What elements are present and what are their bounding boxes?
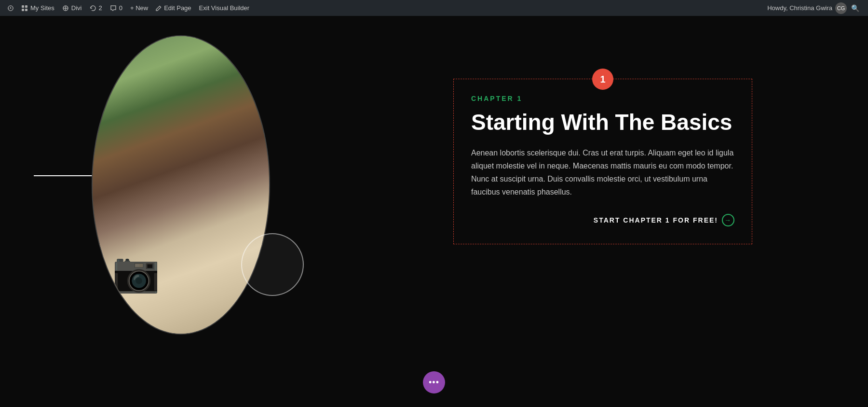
svg-rect-24 [122, 268, 175, 307]
svg-rect-9 [93, 133, 270, 335]
badge-number: 1 [600, 74, 605, 85]
main-content: PENTAX 1 CHAPTER 1 Starting With The Bas… [0, 16, 868, 407]
new-menu[interactable]: + New [126, 0, 152, 16]
svg-rect-4 [25, 9, 27, 11]
decorative-circle [241, 233, 304, 296]
avatar[interactable]: CG [835, 2, 847, 14]
revisions-menu[interactable]: 2 [86, 0, 106, 16]
edit-page-label: Edit Page [164, 4, 191, 12]
svg-rect-1 [22, 5, 24, 8]
exit-builder-label: Exit Visual Builder [199, 4, 250, 12]
chapter-label: CHAPTER 1 [471, 95, 734, 102]
new-label: + New [130, 4, 148, 12]
svg-point-28 [142, 281, 154, 293]
search-icon[interactable]: 🔍 [850, 3, 860, 14]
cta-button[interactable]: START CHAPTER 1 FOR FREE! → [471, 214, 734, 226]
svg-rect-11 [112, 181, 179, 185]
cta-label: START CHAPTER 1 FOR FREE! [594, 216, 718, 224]
svg-rect-18 [170, 287, 247, 326]
svg-rect-10 [112, 142, 179, 287]
svg-rect-16 [179, 249, 237, 292]
dots-menu-button[interactable]: ••• [423, 371, 445, 393]
svg-point-26 [135, 274, 162, 301]
cta-arrow-icon: → [722, 214, 734, 226]
svg-text:PENTAX: PENTAX [135, 274, 149, 277]
svg-rect-2 [25, 5, 27, 8]
howdy-text: Howdy, Christina Gwira [767, 4, 832, 12]
oval-image-container: PENTAX [92, 35, 270, 335]
revisions-count: 2 [99, 4, 102, 12]
divi-label: Divi [71, 4, 82, 12]
comments-menu[interactable]: 0 [106, 0, 126, 16]
svg-point-29 [143, 282, 147, 286]
admin-bar: My Sites Divi 2 0 + New Edit Page Exit V… [0, 0, 868, 16]
svg-rect-14 [112, 210, 179, 214]
svg-rect-12 [112, 191, 179, 195]
svg-point-22 [218, 269, 242, 286]
my-sites-label: My Sites [30, 4, 54, 12]
svg-rect-7 [131, 36, 228, 142]
svg-rect-25 [125, 272, 171, 303]
svg-point-20 [194, 292, 232, 321]
my-sites-menu[interactable]: My Sites [17, 0, 58, 16]
divi-menu[interactable]: Divi [58, 0, 86, 16]
chapter-badge: 1 [592, 69, 613, 90]
chapter-title: Starting With The Basics [471, 110, 734, 135]
chapter-card: 1 CHAPTER 1 Starting With The Basics Aen… [453, 79, 752, 244]
edit-page-button[interactable]: Edit Page [152, 0, 195, 16]
svg-point-27 [138, 278, 158, 297]
admin-right: Howdy, Christina Gwira CG 🔍 [767, 2, 864, 14]
svg-rect-31 [208, 258, 237, 278]
svg-rect-19 [170, 287, 174, 326]
svg-rect-32 [210, 260, 235, 276]
svg-rect-13 [112, 200, 179, 204]
chapter-image: PENTAX [92, 35, 270, 335]
svg-rect-3 [22, 9, 24, 11]
wordpress-logo[interactable] [4, 1, 17, 15]
svg-rect-8 [141, 36, 218, 133]
chapter-body: Aenean lobortis scelerisque dui. Cras ut… [471, 146, 734, 199]
exit-builder-button[interactable]: Exit Visual Builder [195, 0, 254, 16]
comments-count: 0 [119, 4, 122, 12]
svg-rect-6 [93, 36, 270, 335]
svg-rect-17 [181, 251, 235, 290]
